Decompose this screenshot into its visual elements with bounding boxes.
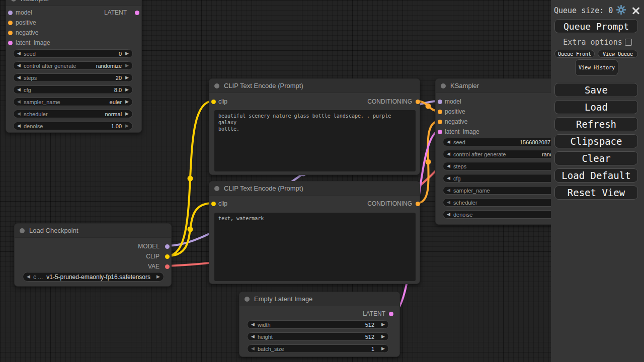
input-label: positive (445, 108, 465, 115)
input-port-latent-image[interactable] (8, 41, 13, 45)
decrement-arrow-icon[interactable]: ◀ (17, 75, 21, 80)
refresh-button[interactable]: Refresh (554, 117, 638, 131)
decrement-arrow-icon[interactable]: ◀ (251, 334, 255, 339)
decrement-arrow-icon[interactable]: ◀ (447, 140, 450, 144)
widget-label: sampler_name (453, 188, 490, 194)
output-port-vae[interactable] (165, 264, 170, 269)
clipspace-button[interactable]: Clipspace (554, 134, 638, 148)
decrement-arrow-icon[interactable]: ◀ (17, 63, 21, 68)
input-port-negative[interactable] (438, 120, 442, 124)
collapse-dot-icon[interactable] (245, 297, 250, 302)
increment-arrow-icon[interactable]: ▶ (125, 112, 129, 116)
collapse-dot-icon[interactable] (441, 83, 446, 88)
node-title-bar[interactable]: Empty Latent Image (239, 292, 399, 306)
node-title-bar[interactable]: CLIP Text Encode (Prompt) (209, 182, 420, 196)
node-clip-text-encode-negative[interactable]: CLIP Text Encode (Prompt) clip CONDITION… (209, 181, 420, 284)
collapse-dot-icon[interactable] (11, 0, 16, 2)
widget-ckpt-name[interactable]: ◀ c ... v1-5-pruned-emaonly-fp16.safeten… (23, 272, 164, 282)
widget-value: randomize (96, 63, 125, 69)
increment-arrow-icon[interactable]: ▶ (381, 346, 385, 351)
reset-view-button[interactable]: Reset View (554, 186, 638, 200)
output-port-clip[interactable] (165, 254, 170, 259)
clear-button[interactable]: Clear (554, 151, 638, 165)
save-button[interactable]: Save (554, 83, 638, 97)
decrement-arrow-icon[interactable]: ◀ (447, 164, 450, 168)
input-port-latent-image[interactable] (438, 130, 442, 134)
close-icon[interactable] (632, 7, 640, 15)
collapse-dot-icon[interactable] (214, 83, 219, 88)
widget-label: batch_size (258, 346, 284, 352)
widget-label: scheduler (453, 200, 477, 206)
input-port-clip[interactable] (211, 100, 216, 104)
view-queue-button[interactable]: View Queue (598, 50, 638, 58)
input-label: model (16, 9, 32, 16)
decrement-arrow-icon[interactable]: ◀ (447, 212, 450, 217)
increment-arrow-icon[interactable]: ▶ (125, 100, 129, 104)
node-ksampler-partial[interactable]: KSampler model positive negative latent_… (6, 0, 142, 133)
next-arrow-icon[interactable]: ▶ (156, 275, 160, 279)
widget-steps[interactable]: ◀ steps 20 ▶ (13, 73, 133, 82)
queue-front-button[interactable]: Queue Front (554, 50, 595, 58)
output-port-conditioning[interactable] (416, 100, 420, 104)
node-title-bar[interactable]: CLIP Text Encode (Prompt) (209, 79, 420, 93)
increment-arrow-icon[interactable]: ▶ (125, 87, 129, 92)
decrement-arrow-icon[interactable]: ◀ (17, 51, 21, 56)
queue-prompt-button[interactable]: Queue Prompt (554, 19, 638, 33)
prompt-textarea[interactable]: text, watermark (214, 213, 416, 281)
widget-label: height (258, 334, 273, 340)
graph-canvas[interactable]: KSampler model positive negative latent_… (0, 0, 644, 362)
node-title-bar[interactable]: Load Checkpoint (15, 224, 171, 238)
collapse-dot-icon[interactable] (214, 186, 219, 191)
load-default-button[interactable]: Load Default (554, 168, 638, 183)
decrement-arrow-icon[interactable]: ◀ (447, 152, 450, 156)
previous-arrow-icon[interactable]: ◀ (27, 275, 30, 279)
widget-batch-size[interactable]: ◀ batch_size 1 ▶ (247, 344, 389, 353)
decrement-arrow-icon[interactable]: ◀ (17, 112, 21, 116)
widget-control-after-generate[interactable]: ◀ control after generate randomize ▶ (13, 61, 133, 70)
increment-arrow-icon[interactable]: ▶ (125, 51, 129, 56)
output-port-latent[interactable] (389, 312, 393, 316)
widget-denoise[interactable]: ◀ denoise 1.00 ▶ (13, 122, 133, 130)
decrement-arrow-icon[interactable]: ◀ (17, 87, 21, 92)
widget-height[interactable]: ◀ height 512 ▶ (247, 332, 389, 341)
input-port-model[interactable] (8, 11, 13, 15)
decrement-arrow-icon[interactable]: ◀ (447, 188, 450, 193)
increment-arrow-icon[interactable]: ▶ (381, 322, 385, 327)
decrement-arrow-icon[interactable]: ◀ (17, 124, 21, 128)
widget-seed[interactable]: ◀ seed 0 ▶ (13, 49, 133, 58)
input-port-negative[interactable] (8, 31, 13, 35)
input-port-model[interactable] (438, 100, 442, 104)
prompt-textarea[interactable]: beautiful scenery nature glass bottle la… (214, 110, 416, 171)
input-port-clip[interactable] (211, 202, 216, 206)
increment-arrow-icon[interactable]: ▶ (125, 63, 129, 68)
node-title-bar[interactable]: KSampler (6, 0, 141, 6)
decrement-arrow-icon[interactable]: ◀ (447, 176, 450, 180)
input-port-positive[interactable] (438, 110, 442, 114)
collapse-dot-icon[interactable] (20, 228, 25, 233)
node-clip-text-encode-positive[interactable]: CLIP Text Encode (Prompt) clip CONDITION… (209, 78, 420, 175)
node-empty-latent-image[interactable]: Empty Latent Image LATENT ◀ width 512 ▶ … (239, 292, 400, 357)
node-load-checkpoint[interactable]: Load Checkpoint MODEL CLIP VAE ◀ c ... v… (14, 223, 172, 287)
decrement-arrow-icon[interactable]: ◀ (251, 322, 255, 327)
output-port-model[interactable] (165, 244, 170, 249)
link-midpoint-dot (188, 227, 193, 232)
widget-sampler-name[interactable]: ◀ sampler_name euler ▶ (13, 98, 133, 106)
increment-arrow-icon[interactable]: ▶ (125, 75, 129, 80)
decrement-arrow-icon[interactable]: ◀ (447, 200, 450, 205)
widget-width[interactable]: ◀ width 512 ▶ (247, 320, 389, 329)
increment-arrow-icon[interactable]: ▶ (125, 124, 129, 128)
extra-options-checkbox[interactable] (625, 39, 632, 46)
widget-label: steps (24, 75, 37, 81)
view-history-button[interactable]: View History (575, 59, 618, 76)
load-button[interactable]: Load (554, 100, 638, 114)
decrement-arrow-icon[interactable]: ◀ (251, 346, 255, 351)
decrement-arrow-icon[interactable]: ◀ (17, 100, 21, 104)
input-port-positive[interactable] (8, 21, 13, 25)
output-port-conditioning[interactable] (416, 202, 420, 206)
widget-cfg[interactable]: ◀ cfg 8.0 ▶ (13, 85, 133, 94)
widget-label: control after generate (24, 63, 76, 69)
gear-icon[interactable] (616, 5, 626, 17)
widget-scheduler[interactable]: ◀ scheduler normal ▶ (13, 110, 133, 118)
increment-arrow-icon[interactable]: ▶ (381, 334, 385, 339)
output-port-latent[interactable] (135, 11, 139, 15)
